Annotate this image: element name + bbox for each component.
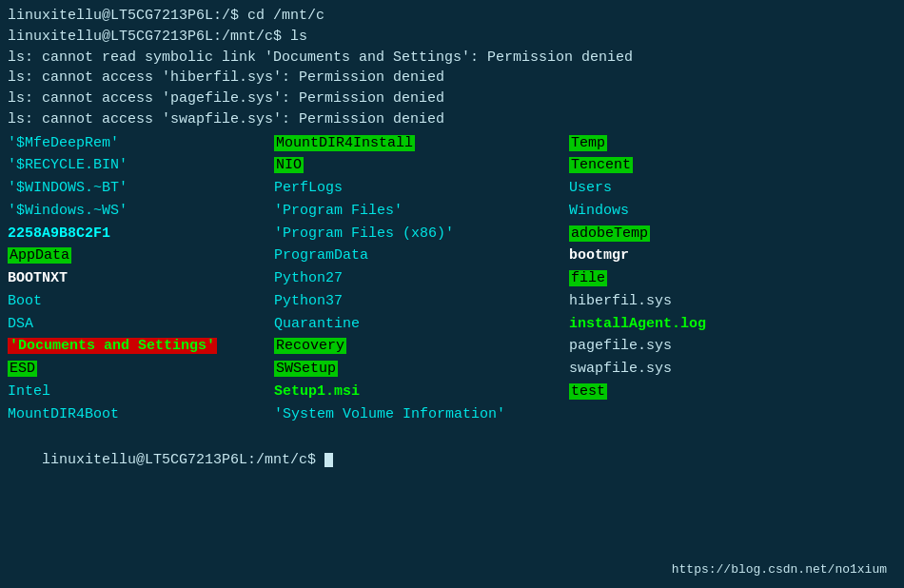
list-item: swapfile.sys (569, 358, 835, 381)
final-prompt: linuxitellu@LT5CG7213P6L:/mnt/c$ (8, 429, 896, 491)
list-item: hiberfil.sys (569, 290, 835, 313)
list-item: bootmgr (569, 245, 835, 267)
list-item: pagefile.sys (569, 335, 835, 358)
list-item: MountDIR4Boot (8, 403, 274, 426)
list-item: NIO (274, 154, 569, 177)
command-line-2: linuxitellu@LT5CG7213P6L:/mnt/c$ ls (8, 27, 896, 48)
list-item: 'System Volume Information' (274, 403, 569, 426)
list-item: adobeTemp (569, 223, 835, 245)
col3: Temp Tencent Users Windows adobeTemp boo… (569, 132, 835, 426)
list-item: AppData (8, 245, 274, 267)
list-item: Windows (569, 200, 835, 223)
list-item: 2258A9B8C2F1 (8, 223, 274, 245)
col1: '$MfeDeepRem' '$RECYCLE.BIN' '$WINDOWS.~… (8, 132, 274, 426)
list-item: DSA (8, 313, 274, 336)
list-item: Python27 (274, 267, 569, 290)
list-item: '$MfeDeepRem' (8, 132, 274, 155)
error-line-4: ls: cannot access 'swapfile.sys': Permis… (8, 109, 896, 130)
col2: MountDIR4Install NIO PerfLogs 'Program F… (274, 132, 569, 426)
list-item: 'Program Files (x86)' (274, 223, 569, 245)
list-item: SWSetup (274, 358, 569, 381)
command-line-1: linuxitellu@LT5CG7213P6L:/$ cd /mnt/c (8, 6, 896, 27)
list-item: '$Windows.~WS' (8, 200, 274, 223)
list-item: MountDIR4Install (274, 132, 569, 155)
list-item: ProgramData (274, 245, 569, 267)
list-item: file (569, 267, 835, 290)
list-item: Users (569, 177, 835, 200)
list-item: ESD (8, 358, 274, 381)
list-item: Python37 (274, 290, 569, 313)
file-listing-grid: '$MfeDeepRem' '$RECYCLE.BIN' '$WINDOWS.~… (8, 132, 896, 426)
list-item: test (569, 381, 835, 403)
terminal: linuxitellu@LT5CG7213P6L:/$ cd /mnt/c li… (8, 6, 896, 582)
list-item-recovery: Recovery (274, 335, 569, 358)
list-item: Boot (8, 290, 274, 313)
error-line-2: ls: cannot access 'hiberfil.sys': Permis… (8, 68, 896, 88)
list-item: BOOTNXT (8, 267, 274, 290)
prompt-text: linuxitellu@LT5CG7213P6L:/mnt/c$ (42, 452, 316, 468)
list-item: 'Program Files' (274, 200, 569, 223)
cursor (324, 453, 333, 467)
error-line-3: ls: cannot access 'pagefile.sys': Permis… (8, 88, 896, 109)
list-item: installAgent.log (569, 313, 835, 336)
list-item: '$WINDOWS.~BT' (8, 177, 274, 200)
list-item: Tencent (569, 154, 835, 177)
list-item: Setup1.msi (274, 381, 569, 403)
list-item: Intel (8, 381, 274, 403)
list-item: Temp (569, 132, 835, 155)
list-item: Quarantine (274, 313, 569, 336)
list-item: '$RECYCLE.BIN' (8, 154, 274, 177)
error-line-1: ls: cannot read symbolic link 'Documents… (8, 48, 896, 69)
url-watermark: https://blog.csdn.net/no1xium (672, 562, 887, 577)
list-item-documents-and-settings: 'Documents and Settings' (8, 335, 274, 358)
list-item: PerfLogs (274, 177, 569, 200)
